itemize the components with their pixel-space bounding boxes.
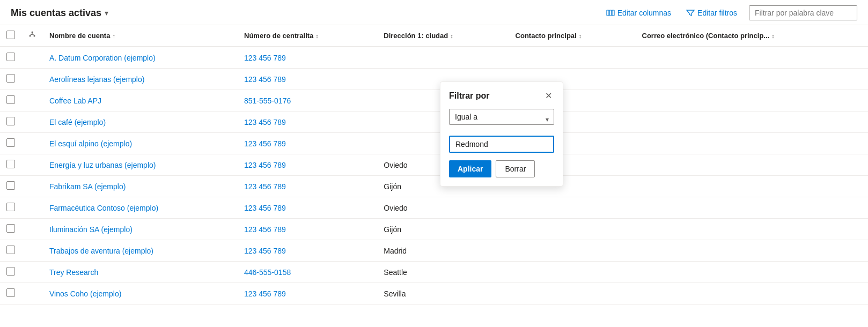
- row-check-cell: [0, 112, 21, 133]
- row-hierarchy-cell: [21, 283, 43, 304]
- edit-filters-button[interactable]: Editar filtros: [683, 6, 740, 19]
- row-hierarchy-cell: [21, 176, 43, 197]
- account-name-link[interactable]: A. Datum Corporation (ejemplo): [49, 54, 156, 62]
- row-centralita-cell: 123 456 789: [238, 197, 377, 219]
- row-correo-cell: [636, 219, 868, 240]
- edit-columns-button[interactable]: Editar columnas: [603, 6, 674, 19]
- col-header-centralita[interactable]: Número de centralita ↕: [238, 25, 377, 47]
- row-checkbox[interactable]: [6, 138, 15, 147]
- svg-line-7: [30, 34, 32, 35]
- filter-popup-actions: Aplicar Borrar: [449, 160, 554, 177]
- row-checkbox[interactable]: [6, 246, 15, 254]
- title-chevron-icon[interactable]: ▾: [105, 9, 108, 17]
- clear-filter-button[interactable]: Borrar: [496, 160, 535, 177]
- row-centralita-cell: 123 456 789: [238, 112, 377, 133]
- keyword-filter-wrap: [749, 5, 857, 20]
- row-contacto-cell: [509, 219, 636, 240]
- account-name-link[interactable]: Vinos Coho (ejemplo): [49, 289, 121, 298]
- operator-select[interactable]: Igual a Contiene Comienza con No es igua…: [449, 109, 554, 125]
- account-phone: 123 456 789: [244, 75, 286, 84]
- row-nombre-cell: Trey Research: [43, 262, 238, 283]
- row-check-cell: [0, 283, 21, 304]
- filter-popup-header: Filtrar por ✕: [449, 91, 554, 101]
- account-phone: 123 456 789: [244, 118, 286, 127]
- row-checkbox[interactable]: [6, 181, 15, 190]
- account-name-link[interactable]: Aerolíneas lejanas (ejemplo): [49, 75, 144, 84]
- header-actions: Editar columnas Editar filtros: [603, 5, 857, 20]
- account-name-link[interactable]: Trey Research: [49, 268, 98, 277]
- table-row: El café (ejemplo) 123 456 789: [0, 112, 868, 133]
- col-header-ciudad[interactable]: Dirección 1: ciudad ↕: [377, 25, 509, 47]
- col-header-correo[interactable]: Correo electrónico (Contacto princip... …: [636, 25, 868, 47]
- svg-point-4: [30, 35, 31, 37]
- select-all-checkbox[interactable]: [6, 31, 15, 39]
- account-name-link[interactable]: Farmacéutica Contoso (ejemplo): [49, 204, 158, 212]
- apply-filter-button[interactable]: Aplicar: [449, 160, 491, 177]
- row-correo-cell: [636, 197, 868, 219]
- row-hierarchy-cell: [21, 47, 43, 69]
- filter-value-input[interactable]: [449, 136, 554, 153]
- row-contacto-cell: [509, 283, 636, 304]
- filter-popup-title: Filtrar por: [449, 91, 490, 101]
- filter-popup-close-button[interactable]: ✕: [543, 91, 554, 101]
- row-nombre-cell: El esquí alpino (ejemplo): [43, 133, 238, 154]
- account-name-link[interactable]: Fabrikam SA (ejemplo): [49, 182, 126, 191]
- row-contacto-cell: [509, 197, 636, 219]
- row-checkbox[interactable]: [6, 160, 15, 168]
- row-checkbox[interactable]: [6, 117, 15, 125]
- table-row: Trabajos de aventura (ejemplo) 123 456 7…: [0, 240, 868, 262]
- table-row: Trey Research 446-555-0158 Seattle: [0, 262, 868, 283]
- account-name-link[interactable]: Coffee Lab APJ: [49, 96, 101, 105]
- svg-point-5: [34, 35, 35, 37]
- table-row: Fabrikam SA (ejemplo) 123 456 789 Gijón: [0, 176, 868, 197]
- account-name-link[interactable]: El esquí alpino (ejemplo): [49, 139, 132, 148]
- row-checkbox[interactable]: [6, 288, 15, 297]
- row-contacto-cell: [509, 262, 636, 283]
- table-row: Farmacéutica Contoso (ejemplo) 123 456 7…: [0, 197, 868, 219]
- row-checkbox[interactable]: [6, 74, 15, 83]
- row-ciudad-cell: Sevilla: [377, 283, 509, 304]
- col-header-contacto[interactable]: Contacto principal ↕: [509, 25, 636, 47]
- table-row: Coffee Lab APJ 851-555-0176: [0, 90, 868, 112]
- row-correo-cell: [636, 240, 868, 262]
- account-phone: 123 456 789: [244, 204, 286, 212]
- row-correo-cell: [636, 283, 868, 304]
- row-ciudad-cell: Oviedo: [377, 197, 509, 219]
- accounts-table-wrap: Nombre de cuenta ↑ Número de centralita …: [0, 25, 868, 304]
- account-name-link[interactable]: Energía y luz urbanas (ejemplo): [49, 161, 156, 169]
- row-checkbox[interactable]: [6, 95, 15, 104]
- row-checkbox[interactable]: [6, 53, 15, 61]
- account-name-link[interactable]: El café (ejemplo): [49, 118, 106, 127]
- account-phone: 123 456 789: [244, 161, 286, 169]
- row-nombre-cell: Iluminación SA (ejemplo): [43, 219, 238, 240]
- row-centralita-cell: 123 456 789: [238, 154, 377, 176]
- row-correo-cell: [636, 262, 868, 283]
- row-check-cell: [0, 69, 21, 90]
- row-hierarchy-cell: [21, 90, 43, 112]
- row-checkbox[interactable]: [6, 224, 15, 233]
- row-checkbox[interactable]: [6, 267, 15, 276]
- row-checkbox[interactable]: [6, 203, 15, 211]
- row-ciudad-cell: Madrid: [377, 240, 509, 262]
- keyword-filter-input[interactable]: [749, 6, 857, 20]
- row-centralita-cell: 123 456 789: [238, 133, 377, 154]
- row-hierarchy-cell: [21, 240, 43, 262]
- filter-popup: Filtrar por ✕ Igual a Contiene Comienza …: [440, 81, 563, 187]
- row-correo-cell: [636, 133, 868, 154]
- edit-columns-label: Editar columnas: [617, 9, 671, 17]
- row-hierarchy-cell: [21, 69, 43, 90]
- svg-line-8: [32, 34, 34, 35]
- row-contacto-cell: [509, 240, 636, 262]
- row-ciudad-cell: Seattle: [377, 262, 509, 283]
- account-name-link[interactable]: Trabajos de aventura (ejemplo): [49, 247, 153, 255]
- row-centralita-cell: 123 456 789: [238, 240, 377, 262]
- row-nombre-cell: Energía y luz urbanas (ejemplo): [43, 154, 238, 176]
- col-header-nombre[interactable]: Nombre de cuenta ↑: [43, 25, 238, 47]
- row-correo-cell: [636, 47, 868, 69]
- svg-rect-2: [612, 10, 614, 16]
- account-phone: 123 456 789: [244, 182, 286, 191]
- row-nombre-cell: A. Datum Corporation (ejemplo): [43, 47, 238, 69]
- row-nombre-cell: Farmacéutica Contoso (ejemplo): [43, 197, 238, 219]
- account-name-link[interactable]: Iluminación SA (ejemplo): [49, 225, 133, 234]
- row-nombre-cell: Coffee Lab APJ: [43, 90, 238, 112]
